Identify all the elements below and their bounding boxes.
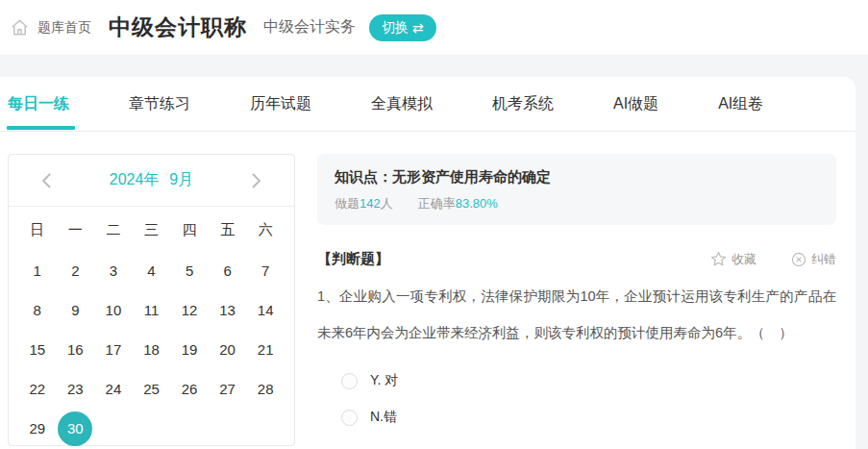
calendar-day[interactable]: 11 — [134, 293, 168, 328]
radio-button-icon[interactable] — [341, 373, 358, 389]
tab-4[interactable]: 全真模拟 — [371, 77, 433, 132]
tab-label: 章节练习 — [129, 94, 190, 114]
calendar-day[interactable]: 16 — [58, 333, 92, 367]
tab-6[interactable]: AI做题 — [613, 77, 658, 132]
calendar-day[interactable]: 2 — [58, 254, 92, 288]
breadcrumb-home[interactable]: 题库首页 — [37, 19, 91, 37]
calendar-day[interactable]: 25 — [134, 372, 168, 407]
page-title: 中级会计职称 — [109, 12, 247, 42]
weekday-label: 日 — [30, 221, 44, 239]
tab-1[interactable]: 每日一练 — [8, 77, 69, 132]
calendar-day[interactable]: 3 — [96, 254, 131, 288]
calendar-day[interactable]: 8 — [20, 293, 55, 328]
calendar-day[interactable]: 19 — [172, 333, 207, 367]
weekday-label: 一 — [68, 221, 83, 239]
tab-bar: 每日一练章节练习历年试题全真模拟机考系统AI做题AI组卷 — [0, 77, 856, 132]
tab-label: 历年试题 — [250, 94, 311, 114]
circle-x-icon — [791, 252, 806, 267]
calendar-day[interactable]: 21 — [248, 333, 283, 367]
attempts-count: 142 — [360, 196, 381, 211]
calendar-day[interactable]: 29 — [20, 412, 55, 446]
calendar-day[interactable]: 18 — [134, 333, 168, 367]
calendar-day[interactable]: 6 — [211, 254, 245, 288]
subject-name: 中级会计实务 — [263, 17, 356, 37]
favorite-label: 收藏 — [732, 251, 756, 268]
calendar-weekday-row: 日一二三四五六 — [9, 209, 294, 251]
tab-7[interactable]: AI组卷 — [718, 77, 763, 132]
attempts-label: 做题 — [335, 196, 360, 211]
attempts-unit: 人 — [381, 196, 393, 211]
option-label: N.错 — [370, 409, 397, 426]
question-actions: 收藏 纠错 — [710, 251, 836, 268]
tab-label: 机考系统 — [492, 94, 554, 114]
calendar-day[interactable]: 13 — [211, 293, 245, 328]
question-type-label: 【判断题】 — [317, 250, 389, 268]
answer-option-2[interactable]: N.错 — [341, 399, 836, 436]
calendar-year: 2024年 — [110, 170, 160, 190]
tab-2[interactable]: 章节练习 — [129, 77, 190, 132]
chevron-right-icon — [251, 172, 261, 189]
weekday-label: 三 — [144, 221, 159, 239]
knowledge-point-box: 知识点：无形资产使用寿命的确定 做题142人正确率83.80% — [317, 154, 836, 225]
accuracy-label: 正确率 — [418, 196, 456, 211]
calendar-day[interactable]: 15 — [20, 333, 55, 367]
calendar-day[interactable]: 4 — [134, 254, 168, 288]
options-list: Y. 对 N.错 — [341, 362, 836, 436]
calendar-day[interactable]: 9 — [58, 293, 92, 328]
calendar-day[interactable]: 27 — [211, 372, 245, 407]
tab-label: 每日一练 — [8, 94, 69, 114]
calendar-day[interactable]: 22 — [20, 372, 55, 407]
calendar-day[interactable]: 12 — [172, 293, 207, 328]
calendar-day[interactable]: 14 — [248, 293, 283, 328]
question-header: 【判断题】 收藏 纠错 — [317, 250, 836, 268]
favorite-button[interactable]: 收藏 — [710, 251, 756, 268]
home-icon[interactable] — [10, 17, 30, 37]
tab-label: 全真模拟 — [371, 94, 433, 114]
calendar-month: 9月 — [169, 170, 193, 190]
weekday-label: 四 — [183, 221, 197, 239]
calendar-day[interactable]: 30 — [58, 412, 92, 446]
weekday-label: 二 — [106, 221, 120, 239]
calendar-day[interactable]: 5 — [172, 254, 207, 288]
calendar-day[interactable]: 23 — [58, 372, 92, 407]
calendar-day[interactable]: 7 — [248, 254, 283, 288]
radio-button-icon[interactable] — [341, 410, 358, 426]
calendar-day[interactable]: 24 — [96, 372, 131, 407]
page: 题库首页 中级会计职称 中级会计实务 切换 ⇄ 每日一练章节练习历年试题全真模拟… — [0, 0, 868, 449]
calendar-day[interactable]: 10 — [96, 293, 131, 328]
tab-label: AI做题 — [613, 94, 658, 114]
tab-label: AI组卷 — [718, 94, 763, 114]
question-text: 1、企业购入一项专利权，法律保护期限为10年，企业预计运用该专利生产的产品在未来… — [317, 278, 836, 351]
tab-3[interactable]: 历年试题 — [250, 77, 311, 132]
chevron-left-icon — [41, 172, 52, 189]
knowledge-point-title: 知识点：无形资产使用寿命的确定 — [335, 168, 819, 187]
calendar-header: 2024年 9月 — [9, 155, 294, 207]
answer-option-1[interactable]: Y. 对 — [341, 362, 836, 399]
report-error-button[interactable]: 纠错 — [791, 251, 836, 268]
calendar-prev-button[interactable] — [39, 170, 54, 191]
calendar-day[interactable]: 26 — [172, 372, 207, 407]
calendar-day[interactable]: 1 — [20, 254, 55, 288]
calendar-day[interactable]: 17 — [96, 333, 131, 367]
question-panel: 知识点：无形资产使用寿命的确定 做题142人正确率83.80% 【判断题】 收藏 — [317, 154, 836, 436]
report-error-label: 纠错 — [811, 251, 836, 268]
calendar-next-button[interactable] — [249, 170, 263, 191]
star-icon — [710, 251, 727, 267]
tab-5[interactable]: 机考系统 — [492, 77, 554, 132]
swap-arrows-icon: ⇄ — [412, 21, 424, 35]
calendar-title: 2024年 9月 — [110, 170, 194, 190]
top-bar: 题库首页 中级会计职称 中级会计实务 切换 ⇄ — [0, 0, 868, 55]
weekday-label: 五 — [220, 221, 235, 239]
calendar-day[interactable]: 20 — [211, 333, 245, 367]
content-card: 每日一练章节练习历年试题全真模拟机考系统AI做题AI组卷 2024年 9月 日一… — [0, 77, 856, 449]
option-label: Y. 对 — [370, 372, 398, 389]
knowledge-point-stats: 做题142人正确率83.80% — [335, 195, 819, 212]
switch-button-label: 切换 — [382, 19, 409, 37]
weekday-label: 六 — [259, 221, 273, 239]
accuracy-value: 83.80% — [456, 196, 498, 211]
calendar-day[interactable]: 28 — [248, 372, 283, 407]
calendar-day-grid: 1234567891011121314151617181920212223242… — [9, 251, 294, 448]
switch-subject-button[interactable]: 切换 ⇄ — [369, 14, 436, 41]
calendar-panel: 2024年 9月 日一二三四五六 12345678910111213141516… — [8, 154, 295, 446]
